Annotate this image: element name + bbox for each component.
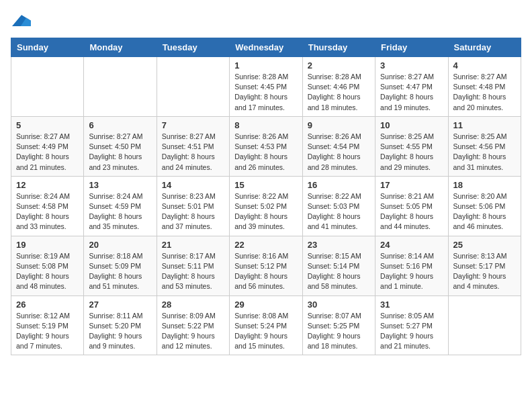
calendar-cell: 29Sunrise: 8:08 AM Sunset: 5:24 PM Dayli… [230,295,302,355]
cell-info: Sunrise: 8:27 AM Sunset: 4:51 PM Dayligh… [162,132,224,173]
weekday-saturday: Saturday [448,38,521,57]
day-number: 12 [16,180,79,190]
calendar-cell: 6Sunrise: 8:27 AM Sunset: 4:50 PM Daylig… [84,116,157,176]
calendar-cell: 20Sunrise: 8:18 AM Sunset: 5:09 PM Dayli… [84,236,157,295]
calendar-cell: 23Sunrise: 8:15 AM Sunset: 5:14 PM Dayli… [302,236,375,295]
week-row-3: 19Sunrise: 8:19 AM Sunset: 5:08 PM Dayli… [11,236,521,295]
page-container: SundayMondayTuesdayWednesdayThursdayFrid… [0,0,532,361]
day-number: 23 [308,240,370,250]
cell-info: Sunrise: 8:16 AM Sunset: 5:12 PM Dayligh… [234,251,297,292]
calendar-cell: 30Sunrise: 8:07 AM Sunset: 5:25 PM Dayli… [302,295,375,355]
day-number: 21 [162,240,224,250]
day-number: 20 [89,240,151,250]
calendar-cell: 27Sunrise: 8:11 AM Sunset: 5:20 PM Dayli… [84,295,157,355]
cell-info: Sunrise: 8:22 AM Sunset: 5:02 PM Dayligh… [234,191,297,232]
calendar-cell: 3Sunrise: 8:27 AM Sunset: 4:47 PM Daylig… [375,57,448,117]
cell-info: Sunrise: 8:08 AM Sunset: 5:24 PM Dayligh… [234,311,297,352]
cell-info: Sunrise: 8:11 AM Sunset: 5:20 PM Dayligh… [89,311,151,352]
day-number: 30 [308,300,370,310]
cell-info: Sunrise: 8:22 AM Sunset: 5:03 PM Dayligh… [308,191,370,232]
week-row-2: 12Sunrise: 8:24 AM Sunset: 4:58 PM Dayli… [11,176,521,236]
day-number: 27 [89,300,151,310]
cell-info: Sunrise: 8:24 AM Sunset: 4:59 PM Dayligh… [89,191,151,232]
cell-info: Sunrise: 8:18 AM Sunset: 5:09 PM Dayligh… [89,251,151,292]
day-number: 11 [453,120,516,130]
calendar-cell: 4Sunrise: 8:27 AM Sunset: 4:48 PM Daylig… [448,57,521,117]
calendar-cell: 2Sunrise: 8:28 AM Sunset: 4:46 PM Daylig… [302,57,375,117]
cell-info: Sunrise: 8:14 AM Sunset: 5:16 PM Dayligh… [380,251,443,292]
cell-info: Sunrise: 8:27 AM Sunset: 4:49 PM Dayligh… [16,132,79,173]
week-row-1: 5Sunrise: 8:27 AM Sunset: 4:49 PM Daylig… [11,116,521,176]
weekday-thursday: Thursday [302,38,375,57]
day-number: 13 [89,180,151,190]
cell-info: Sunrise: 8:21 AM Sunset: 5:05 PM Dayligh… [380,191,443,232]
weekday-sunday: Sunday [11,38,84,57]
cell-info: Sunrise: 8:12 AM Sunset: 5:19 PM Dayligh… [16,311,79,352]
calendar-cell: 17Sunrise: 8:21 AM Sunset: 5:05 PM Dayli… [375,176,448,236]
cell-info: Sunrise: 8:28 AM Sunset: 4:45 PM Dayligh… [234,72,297,113]
calendar-cell: 11Sunrise: 8:25 AM Sunset: 4:56 PM Dayli… [448,116,521,176]
cell-info: Sunrise: 8:05 AM Sunset: 5:27 PM Dayligh… [380,311,443,352]
day-number: 2 [308,60,370,71]
calendar-cell: 26Sunrise: 8:12 AM Sunset: 5:19 PM Dayli… [11,295,84,355]
calendar-cell: 10Sunrise: 8:25 AM Sunset: 4:55 PM Dayli… [375,116,448,176]
day-number: 10 [380,120,443,130]
calendar-table: SundayMondayTuesdayWednesdayThursdayFrid… [11,38,521,355]
page-header [11,11,521,32]
weekday-friday: Friday [375,38,448,57]
calendar-cell [448,295,521,355]
calendar-cell: 16Sunrise: 8:22 AM Sunset: 5:03 PM Dayli… [302,176,375,236]
week-row-4: 26Sunrise: 8:12 AM Sunset: 5:19 PM Dayli… [11,295,521,355]
day-number: 1 [234,60,297,71]
cell-info: Sunrise: 8:13 AM Sunset: 5:17 PM Dayligh… [453,251,516,292]
cell-info: Sunrise: 8:23 AM Sunset: 5:01 PM Dayligh… [162,191,224,232]
day-number: 25 [453,240,516,250]
logo [11,11,31,32]
calendar-cell: 14Sunrise: 8:23 AM Sunset: 5:01 PM Dayli… [157,176,229,236]
day-number: 9 [308,120,370,130]
cell-info: Sunrise: 8:20 AM Sunset: 5:06 PM Dayligh… [453,191,516,232]
day-number: 8 [234,120,297,130]
cell-info: Sunrise: 8:25 AM Sunset: 4:55 PM Dayligh… [380,132,443,173]
cell-info: Sunrise: 8:27 AM Sunset: 4:50 PM Dayligh… [89,132,151,173]
calendar-cell: 18Sunrise: 8:20 AM Sunset: 5:06 PM Dayli… [448,176,521,236]
calendar-cell [11,57,84,117]
calendar-cell: 1Sunrise: 8:28 AM Sunset: 4:45 PM Daylig… [230,57,302,117]
day-number: 4 [453,60,516,71]
cell-info: Sunrise: 8:24 AM Sunset: 4:58 PM Dayligh… [16,191,79,232]
calendar-cell: 12Sunrise: 8:24 AM Sunset: 4:58 PM Dayli… [11,176,84,236]
weekday-monday: Monday [84,38,157,57]
cell-info: Sunrise: 8:26 AM Sunset: 4:54 PM Dayligh… [308,132,370,173]
calendar-cell: 28Sunrise: 8:09 AM Sunset: 5:22 PM Dayli… [157,295,229,355]
calendar-cell: 21Sunrise: 8:17 AM Sunset: 5:11 PM Dayli… [157,236,229,295]
weekday-header-row: SundayMondayTuesdayWednesdayThursdayFrid… [11,38,521,57]
day-number: 18 [453,180,516,190]
weekday-tuesday: Tuesday [157,38,229,57]
day-number: 17 [380,180,443,190]
day-number: 14 [162,180,224,190]
calendar-cell: 15Sunrise: 8:22 AM Sunset: 5:02 PM Dayli… [230,176,302,236]
calendar-cell: 7Sunrise: 8:27 AM Sunset: 4:51 PM Daylig… [157,116,229,176]
calendar-cell [157,57,229,117]
cell-info: Sunrise: 8:28 AM Sunset: 4:46 PM Dayligh… [308,72,370,113]
day-number: 15 [234,180,297,190]
cell-info: Sunrise: 8:27 AM Sunset: 4:47 PM Dayligh… [380,72,443,113]
day-number: 5 [16,120,79,130]
day-number: 28 [162,300,224,310]
cell-info: Sunrise: 8:25 AM Sunset: 4:56 PM Dayligh… [453,132,516,173]
calendar-cell [84,57,157,117]
calendar-cell: 5Sunrise: 8:27 AM Sunset: 4:49 PM Daylig… [11,116,84,176]
day-number: 24 [380,240,443,250]
cell-info: Sunrise: 8:19 AM Sunset: 5:08 PM Dayligh… [16,251,79,292]
logo-icon [12,11,31,30]
cell-info: Sunrise: 8:27 AM Sunset: 4:48 PM Dayligh… [453,72,516,113]
day-number: 22 [234,240,297,250]
calendar-cell: 8Sunrise: 8:26 AM Sunset: 4:53 PM Daylig… [230,116,302,176]
cell-info: Sunrise: 8:09 AM Sunset: 5:22 PM Dayligh… [162,311,224,352]
day-number: 3 [380,60,443,71]
day-number: 16 [308,180,370,190]
day-number: 29 [234,300,297,310]
cell-info: Sunrise: 8:26 AM Sunset: 4:53 PM Dayligh… [234,132,297,173]
cell-info: Sunrise: 8:17 AM Sunset: 5:11 PM Dayligh… [162,251,224,292]
calendar-cell: 24Sunrise: 8:14 AM Sunset: 5:16 PM Dayli… [375,236,448,295]
